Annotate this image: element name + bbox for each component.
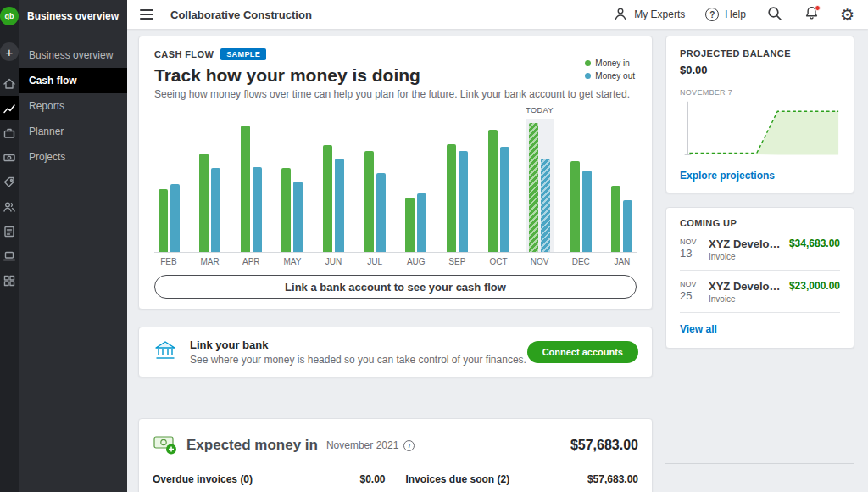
create-button[interactable]: + [0,42,19,61]
gear-icon: ⚙ [840,7,854,23]
cashflow-chart-icon[interactable] [0,96,19,120]
chart-month-dec [566,119,595,252]
bank-icon [153,338,178,366]
bar-money-in-sep [447,144,456,252]
apps-icon[interactable] [0,268,19,293]
coming-up-row[interactable]: NOV 25 XYZ Developm... Invoice $23,000.0… [680,271,840,313]
info-icon[interactable]: i [403,440,415,451]
notifications-button[interactable] [804,5,820,24]
legend-dot [585,73,591,79]
today-label: TODAY [526,106,554,115]
bar-money-out-may [293,182,303,252]
sidebar: qb + [0,0,119,492]
cash-flow-title: Track how your money is doing [154,65,637,86]
chart-month-nov: TODAY [526,119,554,252]
sidebar-item-reports[interactable]: Reports [19,93,127,119]
expected-money-card: Expected money in November 2021 i $57,68… [138,418,653,492]
bar-money-in-feb [159,189,168,252]
expected-money-period: November 2021 [326,439,398,451]
chart-month-jul [360,119,389,252]
month-label-aug: AUG [402,257,431,266]
coming-up-row[interactable]: NOV 13 XYZ Developm... Invoice $34,683.0… [680,228,840,271]
cash-flow-eyebrow: CASH FLOW [154,49,214,59]
month-label-nov: NOV [526,257,554,266]
briefcase-icon[interactable] [0,120,19,145]
coming-up-month: NOV [680,238,702,246]
sidebar-item-planner[interactable]: Planner [19,119,127,144]
main-content: CASH FLOW SAMPLE Money inMoney out Track… [119,29,868,492]
coming-up-eyebrow: COMING UP [680,218,840,228]
coming-up-subtitle: Invoice [709,252,784,261]
sidebar-item-projects[interactable]: Projects [19,144,127,170]
cash-flow-subtitle: Seeing how money flows over time can hel… [154,88,637,100]
money-icon[interactable] [0,145,19,170]
coming-up-date: NOV 25 [680,280,702,302]
main-column: CASH FLOW SAMPLE Money inMoney out Track… [138,36,653,492]
view-all-link[interactable]: View all [680,323,717,335]
legend-label: Money out [595,71,635,81]
search-button[interactable] [766,5,783,25]
my-experts-button[interactable]: My Experts [613,6,685,24]
bar-money-in-jul [364,151,374,252]
month-label-apr: APR [236,257,265,266]
bar-money-out-sep [459,151,468,252]
customers-icon[interactable] [0,194,19,219]
bar-money-in-nov [529,123,538,252]
due-soon-invoices-column: Invoices due soon (2) $57,683.00 View [406,473,639,492]
topbar-actions: My Experts ? Help ⚙ [613,5,854,25]
sales-tag-icon[interactable] [0,170,19,194]
month-label-jul: JUL [360,257,389,266]
chart-month-may [278,119,307,252]
projected-balance-amount: $0.00 [680,64,840,76]
link-bank-title: Link your bank [190,338,527,351]
month-label-feb: FEB [154,257,183,266]
sidebar-icon-rail: qb + [0,0,19,492]
coming-up-amount: $34,683.00 [789,238,840,249]
coming-up-date: NOV 13 [680,238,702,260]
month-label-jan: JAN [608,257,637,266]
coming-up-amount: $23,000.00 [789,280,840,292]
coming-up-subtitle: Invoice [709,294,784,304]
explore-projections-link[interactable]: Explore projections [680,170,775,182]
sidebar-section-title: Business overview [19,0,127,22]
link-bank-account-cta[interactable]: Link a bank account to see your cash flo… [154,275,637,299]
home-icon[interactable] [0,71,19,96]
bar-money-in-apr [241,126,250,252]
search-icon [766,5,783,25]
month-label-oct: OCT [484,257,513,266]
chart-month-labels: FEBMARAPRMAYJUNJULAUGSEPOCTNOVDECJAN [154,257,637,266]
chart-month-sep [442,119,471,252]
bar-money-out-dec [582,171,592,252]
sidebar-item-business-overview[interactable]: Business overview [19,42,127,68]
hamburger-menu-icon[interactable] [140,9,153,20]
link-bank-subtitle: See where your money is headed so you ca… [190,354,527,366]
bar-money-out-feb [170,184,180,252]
help-button[interactable]: ? Help [705,8,746,21]
quickbooks-logo: qb [0,7,19,25]
bar-money-out-mar [211,168,220,252]
right-column: PROJECTED BALANCE $0.00 NOVEMBER 7 Explo… [665,36,854,349]
bar-money-in-jan [611,186,620,253]
chart-month-mar [196,119,225,252]
bar-money-in-mar [199,154,209,252]
bar-money-out-jan [623,200,632,252]
reports-icon[interactable] [0,219,19,243]
expected-money-total: $57,683.00 [570,438,638,453]
help-icon: ? [705,8,719,21]
laptop-icon[interactable] [0,243,19,268]
sidebar-menu: Business overview Cash flow Reports Plan… [19,42,127,170]
my-experts-label: My Experts [634,8,685,20]
bar-money-out-jul [376,173,386,252]
projection-sparkline [680,98,840,161]
settings-button[interactable]: ⚙ [840,7,854,23]
notification-dot [815,5,821,11]
coming-up-day: 25 [680,289,702,302]
connect-accounts-button[interactable]: Connect accounts [527,341,638,363]
legend-money-out: Money out [585,71,635,81]
coming-up-card: COMING UP NOV 13 XYZ Developm... Invoice… [665,207,854,349]
legend-dot [585,60,591,66]
bar-money-out-nov [541,159,550,252]
sidebar-panel: Business overview Business overview Cash… [19,0,127,492]
month-label-dec: DEC [566,257,595,266]
sidebar-item-cash-flow[interactable]: Cash flow [19,68,127,93]
